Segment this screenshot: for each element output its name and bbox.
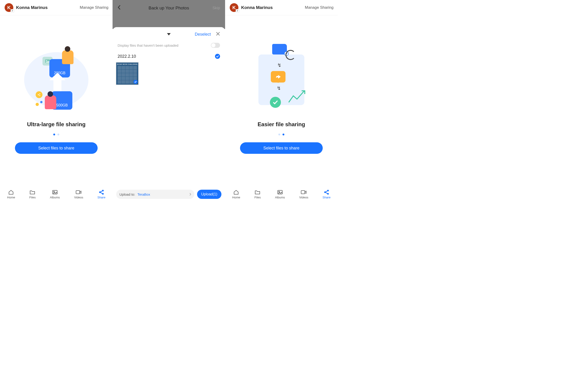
svg-point-12 (279, 191, 280, 192)
promo-title: Ultra-large file sharing (27, 121, 86, 128)
screen-backup-photos: Back up Your Photos Skip Deselect Displa… (112, 0, 225, 202)
screen-share-ultralarge: K P Konna Marinus Manage Sharing 200GB 5… (0, 0, 112, 202)
arrow-squiggle-icon: ↯ (277, 85, 281, 91)
tab-label: Videos (74, 196, 83, 199)
filter-not-uploaded-row: Display files that haven't been uploaded (112, 39, 225, 51)
tab-bar: Home Files Albums Videos Share (0, 186, 112, 202)
tab-label: Albums (50, 196, 60, 199)
tab-label: Files (254, 196, 261, 199)
home-icon (8, 190, 14, 195)
page-dot-2[interactable] (282, 133, 284, 135)
promo-easier: ↯ ↯ Easier file sharing Select files to … (225, 45, 338, 154)
page-indicator[interactable] (53, 133, 59, 135)
chevron-right-icon (189, 193, 191, 196)
top-bar: K P Konna Marinus Manage Sharing (225, 0, 338, 15)
svg-rect-7 (76, 191, 80, 194)
upload-bar: Upload to: TeraBox Upload(1) (112, 186, 225, 202)
thumbnail-caption: 30 DAY BOOK CHALLENGE (117, 64, 138, 65)
person-icon (62, 50, 74, 64)
avatar[interactable]: K P (5, 3, 13, 12)
promo-title: Easier file sharing (258, 121, 305, 128)
thumbnail-check-icon[interactable] (134, 80, 138, 84)
tab-home[interactable]: Home (232, 190, 240, 199)
deselect-button[interactable]: Deselect (195, 32, 211, 37)
arrow-squiggle-icon: ↯ (277, 62, 281, 68)
filter-toggle[interactable] (211, 43, 220, 48)
tab-files[interactable]: Files (29, 190, 36, 199)
check-circle-icon[interactable] (215, 54, 220, 59)
sheet-actions: Deselect (112, 27, 225, 39)
photo-picker-sheet: Deselect Display files that haven't been… (112, 27, 225, 202)
close-icon[interactable] (216, 31, 220, 37)
date-label: 2022.2.10 (118, 54, 136, 59)
user-name: Konna Marinus (16, 5, 48, 10)
select-files-button[interactable]: Select files to share (240, 142, 323, 154)
image-icon (277, 190, 283, 195)
share-badge-icon (271, 71, 285, 83)
caret-down-icon[interactable] (167, 32, 171, 36)
tab-home[interactable]: Home (7, 190, 15, 199)
tab-files[interactable]: Files (254, 190, 261, 199)
screen-share-easier: K P Konna Marinus Manage Sharing ↯ ↯ (225, 0, 338, 202)
manage-sharing-link[interactable]: Manage Sharing (305, 5, 334, 10)
trend-up-icon (288, 89, 309, 103)
skip-button[interactable]: Skip (212, 6, 220, 10)
illustration-ultralarge: 200GB 500GB (22, 45, 91, 114)
tab-bar: Home Files Albums Videos Share (225, 186, 338, 202)
ring-icon (285, 50, 296, 60)
upload-button[interactable]: Upload(1) (197, 190, 222, 199)
manage-sharing-link[interactable]: Manage Sharing (80, 5, 109, 10)
avatar-badge: P (11, 9, 14, 12)
promo-ultralarge: 200GB 500GB Ultra-large file sharing Sel… (0, 45, 112, 154)
user-block[interactable]: K P Konna Marinus (230, 3, 273, 12)
tab-albums[interactable]: Albums (275, 190, 285, 199)
upload-destination-name: TeraBox (137, 193, 150, 196)
share-bubble-icon (36, 91, 42, 98)
page-indicator[interactable] (278, 133, 284, 135)
user-name: Konna Marinus (241, 5, 273, 10)
upload-destination-selector[interactable]: Upload to: TeraBox (116, 190, 194, 199)
top-bar: K P Konna Marinus Manage Sharing (0, 0, 112, 15)
tab-albums[interactable]: Albums (50, 190, 60, 199)
share-icon (324, 190, 330, 195)
backup-header: Back up Your Photos Skip (112, 0, 225, 16)
video-icon (301, 190, 307, 195)
page-dot-1[interactable] (53, 133, 55, 135)
page-dot-1[interactable] (278, 133, 280, 135)
success-check-icon (270, 97, 281, 108)
avatar[interactable]: K P (230, 3, 238, 12)
tab-videos[interactable]: Videos (74, 190, 83, 199)
toggle-knob (211, 43, 215, 47)
illustration-easier: ↯ ↯ (247, 45, 316, 114)
svg-rect-13 (301, 191, 305, 194)
folder-icon (254, 190, 260, 195)
tab-share[interactable]: Share (97, 190, 105, 199)
svg-point-6 (54, 191, 55, 192)
share-icon (99, 190, 105, 195)
avatar-initial: K (7, 5, 11, 10)
tab-share[interactable]: Share (322, 190, 331, 199)
folder-icon (272, 44, 287, 55)
avatar-initial: K (232, 5, 236, 10)
image-icon (52, 190, 58, 195)
folder-icon (29, 190, 35, 195)
user-block[interactable]: K P Konna Marinus (5, 3, 48, 12)
tab-label: Files (29, 196, 36, 199)
filter-label: Display files that haven't been uploaded (118, 43, 178, 47)
tab-videos[interactable]: Videos (299, 190, 308, 199)
tab-label: Share (97, 196, 105, 199)
avatar-badge: P (236, 9, 239, 12)
home-icon (233, 190, 239, 195)
select-files-button[interactable]: Select files to share (15, 142, 98, 154)
tab-label: Videos (299, 196, 308, 199)
tab-label: Home (7, 196, 15, 199)
upload-to-label: Upload to: (119, 193, 135, 196)
date-section-row[interactable]: 2022.2.10 (112, 51, 225, 61)
person-icon (45, 96, 56, 109)
photo-thumbnail[interactable]: 30 DAY BOOK CHALLENGE (116, 62, 139, 85)
page-dot-2[interactable] (57, 133, 59, 135)
video-icon (76, 190, 82, 195)
tab-label: Albums (275, 196, 285, 199)
svg-point-1 (46, 60, 47, 61)
tab-label: Home (232, 196, 240, 199)
